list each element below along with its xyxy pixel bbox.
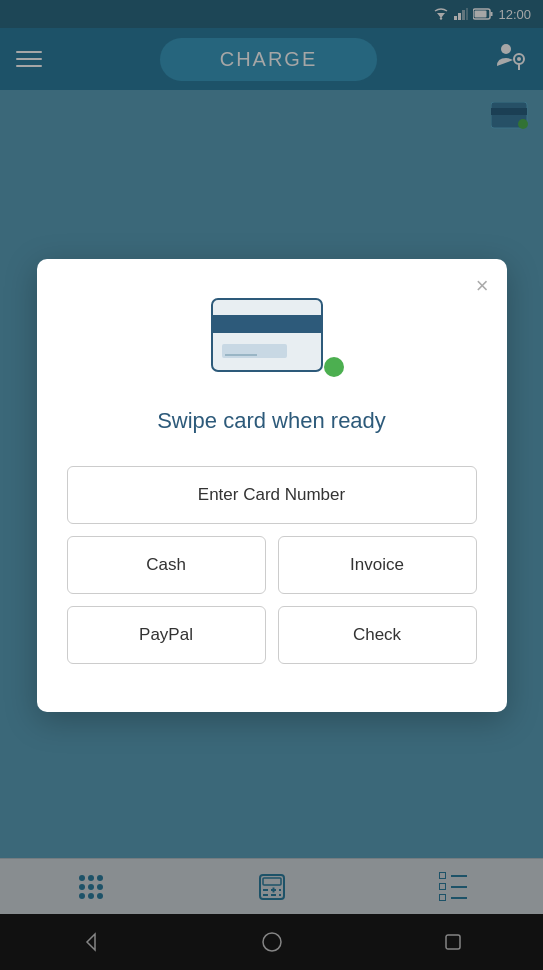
paypal-check-row: PayPal Check	[67, 606, 477, 664]
svg-rect-28	[212, 299, 322, 371]
cash-button[interactable]: Cash	[67, 536, 266, 594]
paypal-button[interactable]: PayPal	[67, 606, 266, 664]
modal-dialog: × Swipe card whe	[37, 259, 507, 712]
card-illustration	[67, 289, 477, 388]
enter-card-number-button[interactable]: Enter Card Number	[67, 466, 477, 524]
modal-close-button[interactable]: ×	[476, 275, 489, 297]
svg-point-32	[324, 357, 344, 377]
card-svg	[207, 289, 337, 388]
modal-overlay: × Swipe card whe	[0, 0, 543, 970]
check-button[interactable]: Check	[278, 606, 477, 664]
svg-rect-29	[212, 315, 322, 333]
invoice-button[interactable]: Invoice	[278, 536, 477, 594]
cash-invoice-row: Cash Invoice	[67, 536, 477, 594]
swipe-text: Swipe card when ready	[67, 408, 477, 434]
svg-rect-30	[222, 344, 287, 358]
